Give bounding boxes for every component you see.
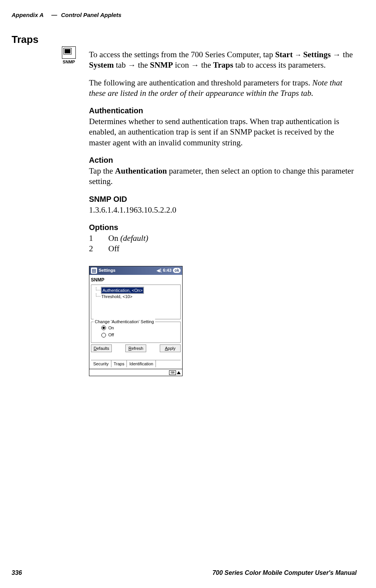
tab-security[interactable]: Security bbox=[91, 360, 111, 367]
parameter-tree[interactable]: Authentication, <On> Threshold, <10> bbox=[91, 285, 181, 319]
radio-icon[interactable] bbox=[101, 326, 106, 330]
keyboard-icon[interactable]: ⌨ bbox=[169, 370, 176, 375]
group-legend: Change 'Authentication' Setting bbox=[94, 319, 155, 324]
tab-bar: Security Traps Identification bbox=[91, 360, 181, 367]
authentication-body: Determines whether to send authenticatio… bbox=[89, 116, 357, 148]
tab-traps[interactable]: Traps bbox=[111, 360, 127, 367]
refresh-button[interactable]: Refresh bbox=[125, 344, 146, 352]
option-label: On (default) bbox=[108, 233, 148, 244]
option-row: 2 Off bbox=[89, 244, 357, 254]
header-title: Control Panel Applets bbox=[61, 12, 121, 18]
intro-paragraph: To access the settings from the 700 Seri… bbox=[89, 49, 357, 71]
apply-button[interactable]: Apply bbox=[160, 344, 181, 352]
action-heading: Action bbox=[89, 155, 357, 165]
change-setting-group: Change 'Authentication' Setting On Off bbox=[91, 322, 181, 343]
defaults-button[interactable]: Defaults bbox=[91, 344, 112, 352]
page-number: 336 bbox=[12, 569, 22, 576]
clock: 6:43 bbox=[163, 268, 171, 273]
window-titlebar: Settings ◀ξ 6:43 ok bbox=[89, 266, 182, 275]
sip-bar: ⌨ bbox=[89, 369, 182, 376]
options-list: 1 On (default) 2 Off bbox=[89, 233, 357, 254]
up-arrow-icon[interactable] bbox=[177, 371, 181, 374]
window-title: Settings bbox=[99, 268, 157, 273]
applet-title: SNMP bbox=[91, 276, 181, 285]
option-num: 1 bbox=[89, 233, 108, 244]
tab-identification[interactable]: Identification bbox=[127, 360, 156, 367]
section-title: Traps bbox=[12, 34, 357, 46]
snmp-applet-icon: SNMP bbox=[62, 46, 76, 64]
header-appendix: Appendix A bbox=[12, 12, 44, 18]
header-dash: — bbox=[51, 12, 57, 18]
start-icon[interactable] bbox=[91, 268, 97, 274]
action-body: Tap the Authentication parameter, then s… bbox=[89, 166, 357, 187]
oid-value: 1.3.6.1.4.1.1963.10.5.2.2.0 bbox=[89, 205, 357, 215]
page-header: Appendix A — Control Panel Applets bbox=[12, 12, 357, 18]
radio-off[interactable]: Off bbox=[101, 332, 178, 337]
tree-item-authentication[interactable]: Authentication, <On> bbox=[96, 287, 179, 293]
options-heading: Options bbox=[89, 222, 357, 232]
radio-on[interactable]: On bbox=[101, 325, 178, 331]
ok-button[interactable]: ok bbox=[173, 268, 181, 273]
snmp-icon-label: SNMP bbox=[63, 60, 75, 64]
authentication-heading: Authentication bbox=[89, 106, 357, 116]
oid-heading: SNMP OID bbox=[89, 194, 357, 204]
manual-title: 700 Series Color Mobile Computer User's … bbox=[212, 569, 357, 576]
content-body: To access the settings from the 700 Seri… bbox=[89, 49, 357, 376]
option-label: Off bbox=[108, 244, 120, 254]
option-row: 1 On (default) bbox=[89, 233, 357, 244]
page-footer: 336 700 Series Color Mobile Computer Use… bbox=[12, 569, 357, 576]
speaker-icon[interactable]: ◀ξ bbox=[157, 268, 161, 273]
snmp-icon bbox=[62, 46, 76, 59]
radio-icon[interactable] bbox=[101, 333, 106, 337]
tree-item-threshold[interactable]: Threshold, <10> bbox=[96, 293, 179, 300]
settings-screenshot: Settings ◀ξ 6:43 ok SNMP Authentication,… bbox=[89, 266, 183, 377]
option-num: 2 bbox=[89, 244, 108, 254]
note-paragraph: The following are authentication and thr… bbox=[89, 78, 357, 99]
